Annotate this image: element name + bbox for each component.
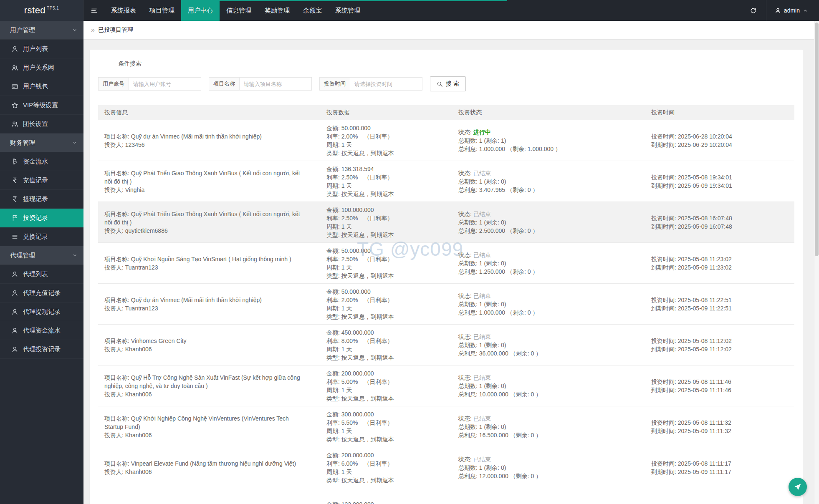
invest-time-cell: 投资时间: 2025-05-08 16:07:48到期时间: 2025-05-0… xyxy=(645,214,794,231)
sidebar-item-label: 代理投资记录 xyxy=(23,345,61,353)
invest-time-cell: 投资时间: 2025-06-28 10:20:04到期时间: 2025-06-2… xyxy=(645,132,794,149)
top-menu-item[interactable]: 系统报表 xyxy=(104,0,143,21)
table-row: 项目名称: Quỹ Phát Triển Giao Thông Xanh Vin… xyxy=(98,202,794,243)
top-menu-item[interactable]: 奖励管理 xyxy=(258,0,296,21)
sidebar-group-header[interactable]: 代理管理 xyxy=(0,246,83,265)
account-input[interactable] xyxy=(129,77,201,91)
cell-line: 金额: 450.000.000 xyxy=(326,328,440,337)
sidebar-item[interactable]: 兑换记录 xyxy=(0,227,83,246)
cell-line: 投资时间: 2025-06-28 10:20:04 xyxy=(651,132,782,141)
refresh-button[interactable] xyxy=(741,0,766,21)
sidebar-item[interactable]: VIP等级设置 xyxy=(0,96,83,115)
top-menu-item[interactable]: 余额宝 xyxy=(296,0,329,21)
sidebar: 用户管理用户列表用户关系网用户钱包VIP等级设置团长设置财务管理资金流水充值记录… xyxy=(0,21,83,504)
chevron-down-icon xyxy=(72,140,78,146)
table-header-cell: 投资数据 xyxy=(320,109,452,116)
sidebar-item[interactable]: 代理资金流水 xyxy=(0,321,83,340)
sidebar-item-label: 兑换记录 xyxy=(23,233,48,241)
customer-service-button[interactable] xyxy=(789,478,807,496)
cell-line: 投资人: Khanh006 xyxy=(104,390,308,398)
breadcrumb: » 已投项目管理 xyxy=(83,21,819,39)
cell-line: 类型: 按天返息，到期返本 xyxy=(326,394,440,403)
user-menu[interactable]: admin xyxy=(766,0,819,21)
sidebar-item[interactable]: 用户钱包 xyxy=(0,77,83,96)
search-button-label: 搜 索 xyxy=(446,80,459,88)
invest-time-input[interactable] xyxy=(350,77,422,91)
cell-line: 总利息: 3.407.965 （剩余: 0 ） xyxy=(458,186,632,194)
cell-line: 状态: 已结束 xyxy=(458,373,632,382)
sidebar-item-label: 团长设置 xyxy=(23,120,48,128)
top-menu-item[interactable]: 信息管理 xyxy=(220,0,258,21)
cell-line: 总利息: 1.000.000 （剩余: 0 ） xyxy=(458,308,632,317)
cell-line: 投资时间: 2025-05-08 11:12:02 xyxy=(651,337,782,345)
search-legend: 条件搜索 xyxy=(114,60,146,68)
sidebar-group-label: 代理管理 xyxy=(10,252,35,260)
cell-line: 投资人: Khanh006 xyxy=(104,345,308,353)
sidebar-item[interactable]: 投资记录 xyxy=(0,209,83,227)
cell-line: 到期时间: 2025-05-09 11:11:46 xyxy=(651,386,782,394)
sidebar-item-label: 用户列表 xyxy=(23,45,48,53)
invest-data-cell: 金额: 200.000.000利率: 6.00% （日利率）周期: 1 天类型:… xyxy=(320,451,452,484)
scrollbar-thumb[interactable] xyxy=(815,23,819,256)
invest-info-cell: 项目名称: Quỹ dự án Vinmec (Mãi mãi tinh thầ… xyxy=(98,296,320,312)
sidebar-item-label: VIP等级设置 xyxy=(23,101,58,109)
sidebar-toggle-button[interactable] xyxy=(83,0,104,21)
top-menu-item[interactable]: 系统管理 xyxy=(329,0,367,21)
sidebar-item[interactable]: 提现记录 xyxy=(0,190,83,209)
cell-line: 金额: 200.000.000 xyxy=(326,369,440,378)
cell-line: 利率: 5.00% （日利率） xyxy=(326,378,440,386)
cell-line: 总期数: 1 (剩余: 0) xyxy=(458,382,632,390)
cell-line: 项目名称: Vinhomes Green City xyxy=(104,337,308,345)
cell-line: 总利息: 12.000.000 （剩余: 0 ） xyxy=(458,472,632,480)
cell-line: 状态: 已结束 xyxy=(458,455,632,464)
cell-line: 状态: 已结束 xyxy=(458,292,632,300)
cell-line: 到期时间: 2025-05-09 16:07:48 xyxy=(651,222,782,231)
account-field-group: 用户账号 xyxy=(98,77,201,91)
scrollbar-track xyxy=(814,21,819,504)
top-menu-item[interactable]: 用户中心 xyxy=(181,0,220,21)
cell-line: 投资人: Khanh006 xyxy=(104,431,308,439)
sidebar-item[interactable]: 团长设置 xyxy=(0,115,83,134)
account-field-label: 用户账号 xyxy=(98,77,129,91)
users-icon xyxy=(11,121,18,128)
search-button[interactable]: 搜 索 xyxy=(430,76,466,91)
sidebar-item-label: 提现记录 xyxy=(23,195,48,203)
sidebar-item[interactable]: 充值记录 xyxy=(0,171,83,190)
invest-info-cell: 项目名称: Vinpearl Elevate Fund (Nâng tầm th… xyxy=(98,459,320,476)
cell-line: 周期: 1 天 xyxy=(326,427,440,435)
cell-line: 周期: 1 天 xyxy=(326,304,440,312)
invest-status-cell: 状态: 进行中总期数: 1 (剩余: 1)总利息: 1.000.000 （剩余:… xyxy=(452,128,645,153)
sidebar-group-header[interactable]: 财务管理 xyxy=(0,134,83,152)
chevron-down-icon xyxy=(72,252,78,258)
cell-line: 利率: 2.50% （日利率） xyxy=(326,173,440,181)
cell-line: 金额: 50.000.000 xyxy=(326,124,440,132)
cell-line: 周期: 1 天 xyxy=(326,386,440,394)
cell-line: 利率: 6.00% （日利率） xyxy=(326,459,440,468)
sidebar-item[interactable]: 代理投资记录 xyxy=(0,340,83,359)
invest-info-cell: 项目名称: Quỹ Khởi Nghiệp Công Nghệ VinVentu… xyxy=(98,414,320,439)
sidebar-group-header[interactable]: 用户管理 xyxy=(0,21,83,40)
users-icon xyxy=(11,64,18,71)
cell-line: 周期: 1 天 xyxy=(326,222,440,231)
app-logo[interactable]: rstedTP5.1 xyxy=(0,0,83,21)
cell-line: 投资人: Tuantran123 xyxy=(104,304,308,312)
sidebar-item[interactable]: 资金流水 xyxy=(0,152,83,171)
sidebar-item[interactable]: 代理充值记录 xyxy=(0,284,83,302)
sidebar-item[interactable]: 代理提现记录 xyxy=(0,302,83,321)
user-icon xyxy=(11,327,18,334)
top-menu-item[interactable]: 项目管理 xyxy=(143,0,181,21)
cell-line: 类型: 按天返息，到期返本 xyxy=(326,476,440,484)
cell-line: 类型: 按天返息，到期返本 xyxy=(326,190,440,198)
sidebar-item[interactable]: 代理列表 xyxy=(0,265,83,284)
cell-line: 到期时间: 2025-06-29 10:20:04 xyxy=(651,141,782,149)
project-field-group: 项目名称 xyxy=(209,77,312,91)
content-card: 条件搜索 用户账号 项目名称 投资时间 搜 索 投资信息投资数据投资状态投资时间… xyxy=(90,50,803,504)
cell-line: 利率: 5.50% （日利率） xyxy=(326,418,440,427)
project-name-input[interactable] xyxy=(240,77,312,91)
invest-data-cell: 金额: 450.000.000利率: 8.00% （日利率）周期: 1 天类型:… xyxy=(320,328,452,362)
rupee-icon xyxy=(11,177,18,184)
sidebar-item[interactable]: 用户关系网 xyxy=(0,58,83,77)
invest-info-cell: 项目名称: Quỹ dự án Vinmec (Mãi mãi tinh thầ… xyxy=(98,132,320,149)
sidebar-item[interactable]: 用户列表 xyxy=(0,40,83,58)
cell-line: 项目名称: Quỹ Phát Triển Giao Thông Xanh Vin… xyxy=(104,169,308,186)
